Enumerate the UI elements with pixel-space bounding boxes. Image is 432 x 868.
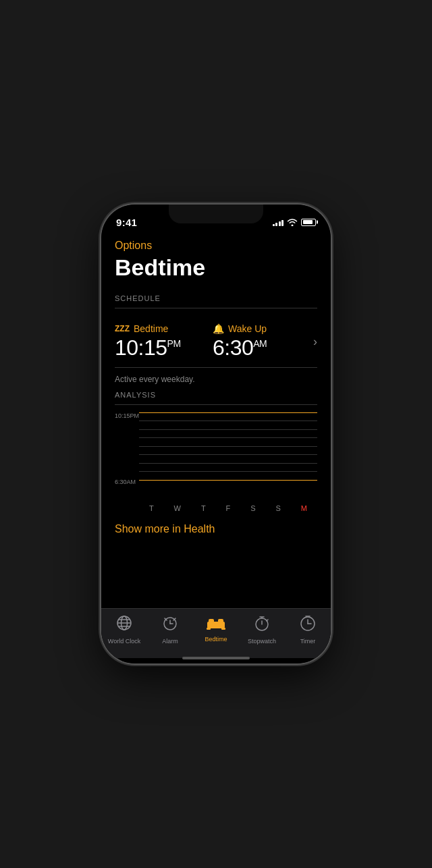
wakeup-label: Wake Up: [228, 323, 267, 334]
signal-icon: [273, 218, 284, 226]
day-label-t2: T: [201, 504, 206, 512]
tab-world-clock[interactable]: World Clock: [101, 614, 147, 645]
chart-line-5: [139, 454, 317, 455]
chart-area: [139, 412, 317, 485]
status-icons: [273, 218, 317, 226]
phone-frame: 9:41 Options Bed: [101, 205, 331, 663]
timer-icon: [299, 614, 317, 636]
day-label-m6: M: [301, 504, 307, 512]
chart-line-6: [139, 463, 317, 464]
chart-line-bottom: [139, 480, 317, 481]
chart-line-2: [139, 429, 317, 430]
tab-bar: World Clock Alarm Bedtime Stopwatch Time…: [101, 608, 331, 658]
bedtime-label: Bedtime: [134, 323, 168, 334]
bedtime-icon: [207, 616, 225, 634]
chart-line-4: [139, 446, 317, 447]
sleep-chart: 10:15PM 6:30AM: [115, 412, 317, 500]
day-label-s5: S: [276, 504, 281, 512]
schedule-section-label: SCHEDULE: [115, 294, 317, 302]
chart-line-1: [139, 421, 317, 421]
battery-icon: [301, 219, 316, 226]
tab-label-alarm: Alarm: [162, 638, 178, 645]
wifi-icon: [287, 218, 298, 226]
day-label-f3: F: [226, 504, 231, 512]
status-bar: 9:41: [101, 205, 331, 234]
show-more-link[interactable]: Show more in Health: [115, 523, 317, 535]
world-clock-icon: [115, 614, 133, 636]
tab-stopwatch[interactable]: Stopwatch: [239, 614, 285, 645]
page-title: Bedtime: [115, 254, 317, 281]
alarm-icon: [161, 614, 179, 636]
chart-line-top: [139, 412, 317, 413]
analysis-divider: [115, 404, 317, 405]
tab-label-world-clock: World Clock: [108, 638, 140, 645]
main-content: Options Bedtime SCHEDULE ZZZ Bedtime 10:…: [101, 234, 331, 608]
schedule-row[interactable]: ZZZ Bedtime 10:15PM 🔔 Wake Up 6:30AM: [115, 317, 317, 368]
day-label-w1: W: [174, 504, 181, 512]
svg-rect-14: [221, 628, 225, 630]
tab-bedtime[interactable]: Bedtime: [193, 616, 239, 643]
wakeup-icon: 🔔: [213, 323, 224, 334]
status-time: 9:41: [116, 217, 137, 228]
analysis-section: ANALYSIS 10:15PM 6:30AM: [115, 391, 317, 513]
svg-rect-12: [218, 619, 223, 623]
home-indicator: [101, 658, 331, 663]
day-label-s4: S: [250, 504, 255, 512]
day-label-t0: T: [149, 504, 154, 512]
home-bar: [182, 657, 250, 659]
schedule-chevron-icon: ›: [313, 335, 317, 349]
tab-label-stopwatch: Stopwatch: [248, 638, 276, 645]
chart-line-3: [139, 437, 317, 438]
schedule-divider: [115, 308, 317, 308]
chart-line-7: [139, 471, 317, 472]
svg-line-19: [267, 620, 268, 621]
chart-am-label: 6:30AM: [115, 479, 136, 485]
tab-timer[interactable]: Timer: [285, 614, 331, 645]
options-link[interactable]: Options: [115, 240, 317, 252]
svg-rect-11: [209, 619, 214, 623]
tab-label-timer: Timer: [300, 638, 316, 645]
wakeup-item: 🔔 Wake Up 6:30AM: [213, 323, 310, 360]
svg-rect-13: [207, 628, 211, 630]
screen: 9:41 Options Bed: [101, 205, 331, 663]
bedtime-item: ZZZ Bedtime 10:15PM: [115, 323, 213, 360]
tab-alarm[interactable]: Alarm: [147, 614, 193, 645]
active-text: Active every weekday.: [115, 375, 317, 384]
analysis-section-label: ANALYSIS: [115, 391, 317, 399]
chart-pm-label: 10:15PM: [115, 412, 139, 419]
bedtime-time: 10:15PM: [115, 335, 213, 360]
stopwatch-icon: [253, 614, 271, 636]
bedtime-icon: ZZZ: [115, 324, 130, 333]
tab-label-bedtime: Bedtime: [205, 636, 227, 643]
days-row: TWTFSSM: [139, 504, 317, 512]
wakeup-time: 6:30AM: [213, 335, 310, 360]
